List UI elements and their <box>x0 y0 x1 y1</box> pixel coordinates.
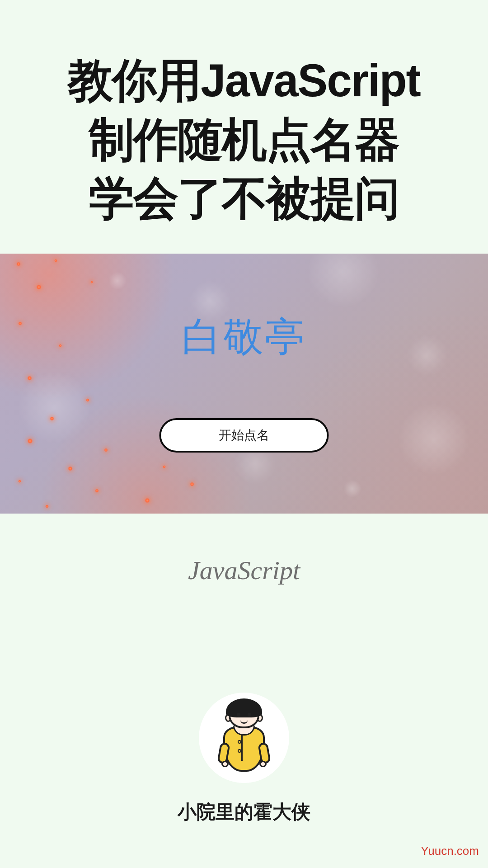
spark-dot <box>45 505 49 508</box>
spark-dot <box>86 398 89 402</box>
cartoon-avatar-icon <box>217 699 271 776</box>
title-line-3: 学会了不被提问 <box>0 169 488 228</box>
title-line-1: 教你用JavaScript <box>0 51 488 110</box>
spark-dot <box>54 259 57 262</box>
spark-dot <box>104 448 108 452</box>
spark-dot <box>50 416 54 421</box>
bokeh-circle <box>398 403 470 475</box>
author-block: 小院里的霍大侠 <box>0 693 488 825</box>
author-name: 小院里的霍大侠 <box>178 799 310 825</box>
watermark: Yuucn.com <box>421 844 479 858</box>
title-line-2: 制作随机点名器 <box>0 110 488 169</box>
spark-dot <box>16 262 21 266</box>
spark-dot <box>68 466 73 471</box>
spark-dot <box>95 489 99 493</box>
spark-dot <box>18 480 21 483</box>
spark-dot <box>145 498 150 503</box>
bokeh-circle <box>18 371 90 443</box>
start-roll-call-button[interactable]: 开始点名 <box>160 418 329 453</box>
bokeh-circle <box>343 480 361 498</box>
spark-dot <box>163 465 166 468</box>
start-button-label: 开始点名 <box>219 427 269 444</box>
spark-dot <box>27 376 32 381</box>
spark-dot <box>90 281 93 283</box>
demo-panel: 白敬亭 开始点名 <box>0 254 488 514</box>
spark-dot <box>27 438 33 444</box>
tech-label: JavaScript <box>0 555 488 585</box>
spark-dot <box>36 284 42 290</box>
author-avatar <box>199 693 289 783</box>
bokeh-circle <box>108 272 127 290</box>
spark-dot <box>190 482 194 486</box>
page-title: 教你用JavaScript 制作随机点名器 学会了不被提问 <box>0 0 488 228</box>
bokeh-circle <box>307 254 380 308</box>
picked-name-display: 白敬亭 <box>0 310 488 364</box>
